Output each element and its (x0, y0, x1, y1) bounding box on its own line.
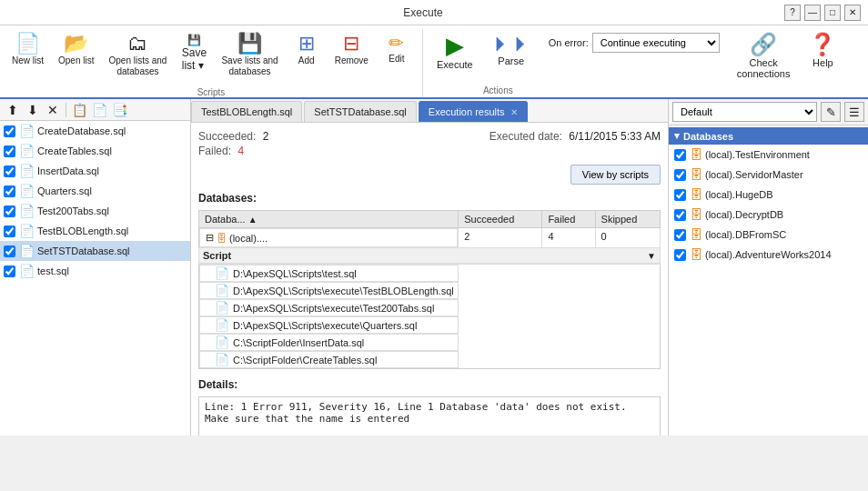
db-checkbox[interactable] (674, 249, 686, 261)
script-item[interactable]: 📄 CreateTables.sql (0, 141, 190, 161)
remove-script-icon[interactable]: ✕ (44, 101, 62, 119)
tab-label: TestBLOBLength.sql (201, 106, 292, 117)
help-button[interactable]: ❓ Help (800, 29, 845, 73)
page-icon[interactable]: 📄 (90, 101, 108, 119)
script-checkbox[interactable] (4, 205, 15, 217)
save-lists-databases-icon: 💾 (237, 34, 262, 54)
script-checkbox[interactable] (4, 165, 15, 177)
check-connections-button[interactable]: 🔗 Check connections (729, 29, 799, 84)
edit-db-btn[interactable]: ✎ (821, 102, 841, 122)
details-box[interactable]: Line: 1 Error 911, Severity 16, Line 1 D… (198, 396, 661, 436)
save-lists-databases-button[interactable]: 💾 Save lists and databases (215, 29, 284, 82)
open-lists-databases-button[interactable]: 🗂 Open lists and databases (102, 29, 173, 82)
db-expand-icon[interactable]: ▾ (674, 130, 680, 142)
add-button[interactable]: ⊞ Add (287, 29, 327, 71)
script-file-icon: 📄 (19, 264, 35, 278)
script-path: C:\ScriptFolder\InsertData.sql (233, 337, 364, 348)
script-name: Quarters.sql (37, 185, 92, 196)
db-checkbox[interactable] (674, 229, 686, 241)
script-item[interactable]: 📄 Test200Tabs.sql (0, 201, 190, 221)
save-list-button[interactable]: 💾 Savelist ▾ (175, 29, 213, 74)
right-panel: Default ✎ ☰ ▾ Databases 🗄 (local).TestEn… (668, 99, 868, 436)
maximize-btn[interactable]: □ (824, 5, 841, 21)
minimize-btn[interactable]: — (804, 5, 821, 21)
db-checkbox[interactable] (674, 209, 686, 221)
row-skipped: 0 (595, 228, 660, 248)
db-tree-item[interactable]: 🗄 (local).DBFromSC (669, 225, 868, 245)
table-row[interactable]: ⊟ 🗄 (local).... 2 4 0 (199, 228, 661, 248)
tab-results[interactable]: Execution results✕ (419, 101, 528, 122)
pages-icon[interactable]: 📑 (110, 101, 128, 119)
parse-button[interactable]: ⏵⏵ Parse (483, 29, 540, 71)
succeeded-label: Succeeded: (198, 130, 256, 143)
script-checkbox[interactable] (4, 246, 15, 257)
executed-date-value: 6/11/2015 5:33 AM (569, 130, 661, 143)
db-name: (local).ServidorMaster (705, 169, 803, 180)
tab-testblob[interactable]: TestBLOBLength.sql (191, 101, 302, 122)
script-checkbox[interactable] (4, 145, 15, 157)
script-col-expand: ▼ (647, 251, 656, 261)
script-item[interactable]: 📄 SetTSTDatabase.sql (0, 241, 190, 261)
db-tree-item[interactable]: 🗄 (local).TestEnvironment (669, 145, 868, 165)
view-by-scripts-button[interactable]: View by scripts (570, 165, 661, 185)
col-database[interactable]: Databa... ▲ (199, 211, 459, 228)
script-row-4: 📄 D:\ApexSQL\Scripts\execute\Quarters.sq… (199, 316, 661, 334)
col-skipped[interactable]: Skipped (595, 211, 660, 228)
move-down-icon[interactable]: ⬇ (24, 101, 42, 119)
script-path: D:\ApexSQL\Scripts\execute\TestBLOBLengt… (233, 286, 454, 296)
script-checkbox[interactable] (4, 185, 15, 197)
scripts-group: 📄 New list 📂 Open list 🗂 Open lists and … (0, 29, 423, 97)
script-path: D:\ApexSQL\Scripts\execute\Quarters.sql (233, 320, 417, 331)
remove-button[interactable]: ⊟ Remove (328, 29, 375, 71)
script-name: SetTSTDatabase.sql (37, 246, 130, 256)
open-list-icon: 📂 (64, 34, 88, 54)
script-checkbox[interactable] (4, 125, 15, 137)
tab-label: SetTSTDatabase.sql (314, 106, 407, 117)
script-file-icon: 📄 (19, 224, 35, 238)
db-checkbox[interactable] (674, 169, 686, 181)
script-item[interactable]: 📄 test.sql (0, 261, 190, 281)
script-file-icon: 📄 (19, 244, 35, 258)
db-tree-item[interactable]: 🗄 (local).DecryptDB (669, 205, 868, 225)
close-btn[interactable]: ✕ (844, 5, 861, 21)
db-checkbox[interactable] (674, 189, 686, 201)
db-select[interactable]: Default (672, 102, 817, 122)
script-item[interactable]: 📄 TestBLOBLength.sql (0, 221, 190, 241)
script-name: InsertData.sql (37, 165, 99, 176)
add-db-btn[interactable]: ☰ (844, 102, 864, 122)
results-area: Succeeded: 2 Failed: 4 Executed date: 6/… (191, 123, 668, 436)
script-item[interactable]: 📄 Quarters.sql (0, 181, 190, 201)
col-succeeded[interactable]: Succeeded (459, 211, 542, 228)
details-label: Details: (198, 378, 661, 391)
move-up-icon[interactable]: ⬆ (4, 101, 22, 119)
tab-close-icon[interactable]: ✕ (510, 107, 518, 117)
script-checkbox[interactable] (4, 225, 15, 237)
succeeded-value: 2 (263, 130, 269, 143)
window-controls[interactable]: ? — □ ✕ (784, 5, 861, 21)
expand-icon[interactable]: ⊟ (206, 232, 214, 244)
db-folder-icon: 🗄 (690, 187, 702, 202)
script-item[interactable]: 📄 InsertData.sql (0, 161, 190, 181)
db-tree-item[interactable]: 🗄 (local).AdventureWorks2014 (669, 245, 868, 265)
on-error-container: On error: Continue executing Stop execut… (541, 29, 727, 56)
on-error-select[interactable]: Continue executing Stop executing Rollba… (592, 33, 720, 53)
tab-settst[interactable]: SetTSTDatabase.sql (304, 101, 417, 122)
copy-icon[interactable]: 📋 (70, 101, 88, 119)
script-header-row: Script ▼ (199, 248, 661, 265)
script-item[interactable]: 📄 CreateDatabase.sql (0, 121, 190, 141)
remove-icon: ⊟ (343, 34, 359, 54)
db-tree-item[interactable]: 🗄 (local).ServidorMaster (669, 165, 868, 185)
help-window-btn[interactable]: ? (784, 5, 801, 21)
script-checkbox[interactable] (4, 266, 15, 277)
add-icon: ⊞ (298, 34, 315, 54)
edit-button[interactable]: ✏ Edit (377, 29, 417, 69)
execute-button[interactable]: ▶ Execute (429, 29, 481, 75)
on-error-label: On error: (549, 37, 589, 48)
new-list-button[interactable]: 📄 New list (5, 29, 50, 71)
open-list-button[interactable]: 📂 Open list (52, 29, 100, 71)
window-title: Execute (62, 6, 784, 19)
script-file-icon: 📄 (19, 184, 35, 198)
col-failed[interactable]: Failed (542, 211, 595, 228)
db-tree-item[interactable]: 🗄 (local).HugeDB (669, 185, 868, 205)
db-checkbox[interactable] (674, 149, 686, 161)
